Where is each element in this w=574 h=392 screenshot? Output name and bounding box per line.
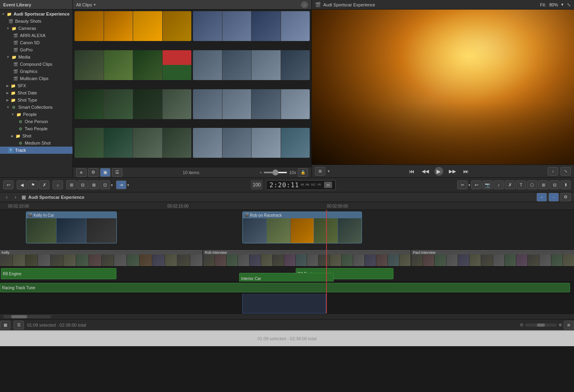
tree-item-oneperson[interactable]: ⚙ One Person bbox=[0, 118, 73, 125]
timeline-back-button[interactable]: ‹ bbox=[3, 194, 10, 201]
timeline-options-button[interactable]: ⚙ bbox=[560, 193, 571, 202]
tree-item-shottype[interactable]: ▶ 📁 Shot Type bbox=[0, 96, 73, 104]
undo-button[interactable]: ↩ bbox=[3, 180, 14, 189]
grid-view-button[interactable]: ▣ bbox=[100, 168, 110, 177]
overwrite-button[interactable]: ⊠ bbox=[88, 180, 99, 189]
skip-forward-button[interactable]: ⏭ bbox=[462, 167, 470, 176]
tree-item-track[interactable]: T Track bbox=[0, 147, 73, 154]
back-button[interactable]: ◀ bbox=[17, 180, 27, 189]
scrollbar-thumb[interactable] bbox=[11, 315, 27, 318]
tree-item-media[interactable]: ▼ 📁 Media bbox=[0, 53, 73, 61]
match-frame-button[interactable]: ⌕ bbox=[53, 180, 63, 189]
clip-thumbnail[interactable] bbox=[193, 11, 310, 41]
audio-edit-button[interactable]: ♪ bbox=[493, 180, 504, 189]
flag-button[interactable]: ⚑ bbox=[28, 180, 38, 189]
timeline-scrollbar[interactable] bbox=[3, 315, 51, 318]
tree-item-beauty[interactable]: 🎬 Beauty Shots bbox=[0, 18, 73, 25]
timeline-view-toggle-1[interactable]: ▦ bbox=[0, 321, 10, 329]
share-button[interactable]: ⬆ bbox=[560, 180, 571, 189]
clip-thumbnail[interactable] bbox=[75, 11, 191, 41]
transform-button[interactable]: ⊞ bbox=[538, 180, 548, 189]
tree-item-shot[interactable]: ▶ 📁 Shot bbox=[0, 132, 73, 139]
tree-item-medshot[interactable]: ⚙ Medium Shot bbox=[0, 139, 73, 147]
view-options-button[interactable]: ⊞ bbox=[315, 167, 325, 176]
effects-button[interactable]: ⬡ bbox=[527, 180, 537, 189]
clip-thumbnail[interactable] bbox=[75, 89, 191, 119]
insert-button[interactable]: ⊟ bbox=[77, 180, 88, 189]
rewind-button[interactable]: ◀◀ bbox=[421, 167, 430, 176]
timeline-status: 01:09 selected - 02:38:00 total bbox=[27, 323, 86, 327]
reject-button[interactable]: ✗ bbox=[39, 180, 49, 189]
connected-clip-rob[interactable]: 🎬 Rob on Racetrack bbox=[242, 212, 362, 243]
connect-button[interactable]: ⊡ bbox=[100, 180, 110, 189]
ruler-mark: 00:02:10:00 bbox=[8, 204, 29, 208]
append-button[interactable]: ⊞ bbox=[66, 180, 77, 189]
fit-button[interactable]: ⊞ bbox=[564, 321, 574, 329]
tree-item-gopro[interactable]: 🎬 GoPro bbox=[0, 46, 73, 53]
tree-item-compound[interactable]: 🎬 Compound Clips bbox=[0, 61, 73, 68]
list-view-button[interactable]: ☰ bbox=[112, 168, 122, 177]
filmstrip-icon: 🎬 bbox=[315, 2, 321, 8]
select-tool-button[interactable]: ➔ bbox=[116, 180, 126, 189]
expand-button[interactable]: ⤡ bbox=[560, 167, 571, 176]
zoom-out-icon[interactable]: ⊖ bbox=[520, 322, 523, 327]
tree-item-audi[interactable]: ▼ 📁 Audi Sportscar Experience bbox=[0, 10, 73, 18]
fullscreen-button[interactable]: ⤡ bbox=[567, 2, 571, 8]
fast-forward-button[interactable]: ▶▶ bbox=[448, 167, 457, 176]
tree-item-shotdate[interactable]: ▶ 📁 Shot Date bbox=[0, 89, 73, 96]
rob-segment[interactable]: Rob Interview bbox=[203, 250, 411, 266]
timeline-zoom-in-button[interactable]: + bbox=[537, 193, 547, 202]
filter-chevron-icon[interactable]: ▾ bbox=[94, 2, 96, 7]
tree-item-people[interactable]: ▼ 📁 People bbox=[0, 111, 73, 118]
zoom-slider-handle[interactable] bbox=[537, 323, 545, 327]
clip-appearance-button[interactable]: 🔒 bbox=[298, 168, 308, 177]
film-icon: 🎬 bbox=[13, 40, 18, 45]
expand-icon: ▼ bbox=[6, 106, 10, 109]
tree-item-smartcol[interactable]: ▼ ⚙ Smart Collections bbox=[0, 104, 73, 111]
paul-segment[interactable]: Paul Interview bbox=[411, 250, 574, 266]
redo-button[interactable]: ↩ bbox=[471, 180, 482, 189]
clip-thumbnail[interactable] bbox=[193, 89, 310, 119]
tree-item-multicam[interactable]: 🎬 Multicam Clips bbox=[0, 75, 73, 82]
settings-button[interactable]: ⚙ bbox=[88, 168, 98, 177]
timeline-view-toggle-2[interactable]: ☰ bbox=[14, 321, 24, 329]
r8-engine-clip-1[interactable]: R8 Engine bbox=[1, 268, 116, 279]
zoom-slider[interactable] bbox=[263, 172, 287, 173]
timeline-zoom-out-button[interactable]: − bbox=[548, 193, 559, 202]
tree-item-sfx[interactable]: ▶ 📁 SFX bbox=[0, 82, 73, 89]
timeline-forward-button[interactable]: › bbox=[12, 194, 19, 201]
tree-item-arri[interactable]: 🎬 ARRI ALEXA bbox=[0, 32, 73, 39]
connected-clip-kelly[interactable]: 🎬 Kelly In Car bbox=[26, 212, 117, 243]
zoom-in-icon[interactable]: ⊕ bbox=[558, 322, 562, 327]
chevron-down-icon[interactable]: ▾ bbox=[328, 169, 330, 173]
kelly-segment[interactable]: Kelly bbox=[0, 250, 203, 266]
tree-item-graphics[interactable]: 🎬 Graphics bbox=[0, 68, 73, 75]
chevron-down-icon[interactable]: ▾ bbox=[468, 183, 470, 187]
film-icon: 🎬 bbox=[13, 33, 18, 38]
clip-thumbnail[interactable] bbox=[75, 128, 191, 158]
clip-label: Interior Car bbox=[241, 276, 261, 281]
timecode-stepper[interactable] bbox=[324, 182, 332, 188]
text-button[interactable]: T bbox=[516, 180, 526, 189]
tree-item-canon[interactable]: 🎬 Canon 5D bbox=[0, 39, 73, 46]
fit-chevron-icon[interactable]: ▾ bbox=[561, 2, 564, 7]
clip-thumbnail[interactable] bbox=[75, 50, 191, 80]
search-button[interactable]: ⌕ bbox=[301, 1, 308, 8]
snapshot-button[interactable]: 📷 bbox=[482, 180, 493, 189]
chevron-down-icon[interactable]: ▾ bbox=[111, 183, 113, 187]
add-to-timeline-button[interactable]: ⊕ bbox=[76, 168, 86, 177]
tree-item-twopeople[interactable]: ⚙ Two People bbox=[0, 125, 73, 132]
smart-icon: ⚙ bbox=[18, 140, 23, 146]
blade-tool-button[interactable]: ✂ bbox=[457, 180, 468, 189]
chevron-down-icon[interactable]: ▾ bbox=[127, 183, 129, 187]
delete-button[interactable]: ✗ bbox=[505, 180, 515, 189]
transition-button[interactable]: ⊟ bbox=[549, 180, 560, 189]
audio-button[interactable]: ♪ bbox=[548, 167, 558, 176]
zoom-slider-track[interactable] bbox=[525, 323, 557, 327]
tree-item-cameras[interactable]: ▼ 📁 Cameras bbox=[0, 25, 73, 32]
skip-back-button[interactable]: ⏮ bbox=[407, 167, 416, 176]
clip-thumbnail[interactable] bbox=[193, 128, 310, 158]
play-button[interactable]: ▶ bbox=[434, 167, 443, 176]
clip-thumbnail[interactable] bbox=[193, 50, 310, 80]
racing-track-tune-clip[interactable]: Racing Track Tune bbox=[0, 283, 570, 292]
